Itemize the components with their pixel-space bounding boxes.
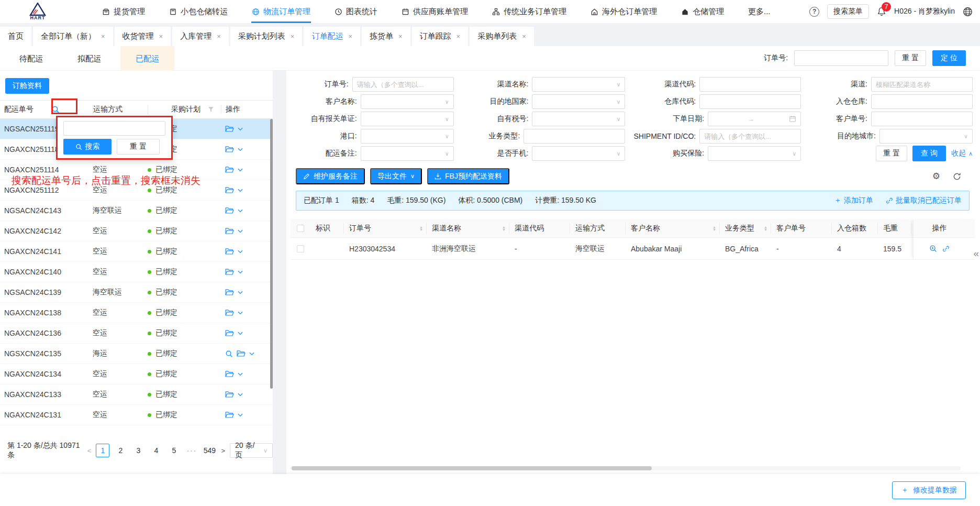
column-header[interactable]: 渠道名称▲▼ xyxy=(427,223,509,234)
filter-reset-button[interactable]: 重 置 xyxy=(876,146,907,161)
modify-lading-button[interactable]: ＋ 修改提单数据 xyxy=(892,481,966,499)
filter-select[interactable]: ∨ xyxy=(879,129,973,144)
column-header[interactable]: 客户名称▲▼ xyxy=(626,223,720,234)
next-page-icon[interactable]: > xyxy=(221,447,225,455)
dispatch-row[interactable]: NGAXCN24C138空运已绑定 xyxy=(0,303,273,323)
popup-search-input[interactable] xyxy=(63,121,165,136)
folder-icon[interactable] xyxy=(225,329,234,337)
search-menu-button[interactable]: 搜索菜单 xyxy=(827,4,869,19)
chevron-down-icon[interactable] xyxy=(238,189,243,192)
tab-close-icon[interactable]: × xyxy=(522,32,526,40)
maintain-remark-button[interactable]: 维护服务备注 xyxy=(296,168,365,184)
page-number[interactable]: 2 xyxy=(114,444,127,457)
folder-icon[interactable] xyxy=(225,186,234,194)
top-reset-button[interactable]: 重 置 xyxy=(895,50,926,66)
filter-input[interactable] xyxy=(699,94,801,109)
chevron-down-icon[interactable] xyxy=(238,372,243,376)
help-icon[interactable]: ? xyxy=(809,7,819,17)
folder-icon[interactable] xyxy=(225,391,234,398)
sort-arrows-icon[interactable]: ▲▼ xyxy=(502,226,506,231)
chevron-down-icon[interactable] xyxy=(249,352,254,356)
chevron-down-icon[interactable] xyxy=(238,209,243,213)
sort-arrows-icon[interactable]: ▲▼ xyxy=(419,226,423,231)
chevron-down-icon[interactable] xyxy=(238,413,243,417)
panel-collapse-icon[interactable]: « xyxy=(973,248,979,259)
folder-icon[interactable] xyxy=(225,146,234,153)
tab-close-icon[interactable]: × xyxy=(159,32,163,40)
chevron-down-icon[interactable] xyxy=(238,393,243,397)
dispatch-row[interactable]: NGAXCN24C140空运已绑定 xyxy=(0,262,273,282)
sort-arrows-icon[interactable]: ▲▼ xyxy=(712,226,716,231)
chevron-down-icon[interactable] xyxy=(238,229,243,233)
locate-button[interactable]: 定 位 xyxy=(932,50,966,66)
chevron-down-icon[interactable] xyxy=(238,270,243,274)
row-checkbox[interactable] xyxy=(297,245,304,252)
folder-icon[interactable] xyxy=(225,411,234,419)
subtab-2[interactable]: 拟配运 xyxy=(62,46,116,71)
filter-select[interactable]: ∨ xyxy=(361,112,454,126)
dispatch-row[interactable]: NGSXCN24C135海运已绑定 xyxy=(0,344,273,364)
notification-bell[interactable]: 7 xyxy=(877,7,886,16)
fbj-delivery-button[interactable]: FBJ预约配送资料 xyxy=(427,168,509,184)
folder-icon[interactable] xyxy=(225,370,234,378)
user-name[interactable]: H026 - 肖梦雅kylin xyxy=(894,7,955,16)
folder-icon[interactable] xyxy=(225,207,234,214)
link-icon[interactable] xyxy=(942,245,950,252)
tab-3[interactable]: 收货管理× xyxy=(115,27,171,46)
language-globe-icon[interactable] xyxy=(963,7,973,17)
nav-item-3[interactable]: 物流订单管理 xyxy=(240,0,322,23)
filter-select[interactable]: ∨ xyxy=(532,112,625,126)
order-no-input[interactable] xyxy=(794,50,888,66)
tab-7[interactable]: 拣货单× xyxy=(362,27,410,46)
filter-input[interactable] xyxy=(871,112,973,126)
popup-search-button[interactable]: 搜索 xyxy=(63,139,112,155)
select-all-checkbox[interactable] xyxy=(297,225,304,232)
tab-close-icon[interactable]: × xyxy=(101,32,105,40)
chevron-down-icon[interactable] xyxy=(238,250,243,254)
filter-select[interactable]: ∨ xyxy=(361,146,454,161)
column-header[interactable]: 业务类型▲▼ xyxy=(720,223,771,234)
chevron-down-icon[interactable] xyxy=(238,291,243,294)
tab-6[interactable]: 订单配运× xyxy=(304,27,360,46)
filter-select[interactable]: ∨ xyxy=(361,94,454,109)
filter-date-range[interactable]: → xyxy=(708,112,801,126)
nav-item-8[interactable]: 仓储管理 xyxy=(669,0,736,23)
filter-input[interactable] xyxy=(524,129,625,144)
tab-9[interactable]: 采购单列表× xyxy=(470,27,534,46)
collapse-filters-link[interactable]: 收起 ∧ xyxy=(951,149,973,158)
settings-gear-icon[interactable]: ⚙ xyxy=(932,171,940,182)
chevron-down-icon[interactable] xyxy=(238,311,243,315)
page-number[interactable]: 549 xyxy=(203,444,216,457)
nav-item-9[interactable]: 更多... xyxy=(736,0,783,23)
folder-icon[interactable] xyxy=(225,268,234,276)
prev-page-icon[interactable]: < xyxy=(87,447,92,455)
tab-close-icon[interactable]: × xyxy=(398,32,403,40)
dispatch-row[interactable]: NGAXCN24C133空运已绑定 xyxy=(0,384,273,405)
page-number[interactable]: 4 xyxy=(149,444,163,457)
tab-close-icon[interactable]: × xyxy=(217,32,221,40)
chevron-down-icon[interactable] xyxy=(238,127,243,131)
subtab-3[interactable]: 已配运 xyxy=(120,46,174,71)
zoom-in-icon[interactable] xyxy=(929,245,937,252)
dispatch-row[interactable]: NGAXCN24C142空运已绑定 xyxy=(0,221,273,241)
filter-select[interactable]: ∨ xyxy=(532,94,625,109)
popup-reset-button[interactable]: 重 置 xyxy=(117,139,160,155)
batch-cancel-link[interactable]: 批量取消已配运订单 xyxy=(886,196,962,205)
subtab-1[interactable]: 待配运 xyxy=(4,46,58,71)
tab-close-icon[interactable]: × xyxy=(456,32,461,40)
folder-icon[interactable] xyxy=(225,248,234,255)
tab-2[interactable]: 全部订单（新）× xyxy=(33,27,113,46)
folder-icon[interactable] xyxy=(237,350,246,357)
column-header[interactable]: 订单号▲▼ xyxy=(344,223,427,234)
export-file-button[interactable]: 导出文件 ∨ xyxy=(370,168,422,184)
filter-input[interactable] xyxy=(699,77,801,92)
dispatch-row[interactable]: NGAXCN24C131空运已绑定 xyxy=(0,405,273,425)
nav-item-1[interactable]: 提货管理 xyxy=(90,0,157,23)
page-size-select[interactable]: 20 条/页 ∨ xyxy=(230,443,273,458)
horizontal-scrollbar-thumb[interactable] xyxy=(292,466,652,470)
filter-input[interactable] xyxy=(871,77,973,92)
chevron-down-icon[interactable] xyxy=(238,168,243,172)
sort-arrows-icon[interactable]: ▲▼ xyxy=(764,226,767,231)
folder-icon[interactable] xyxy=(225,227,234,235)
filter-input[interactable] xyxy=(352,77,454,92)
